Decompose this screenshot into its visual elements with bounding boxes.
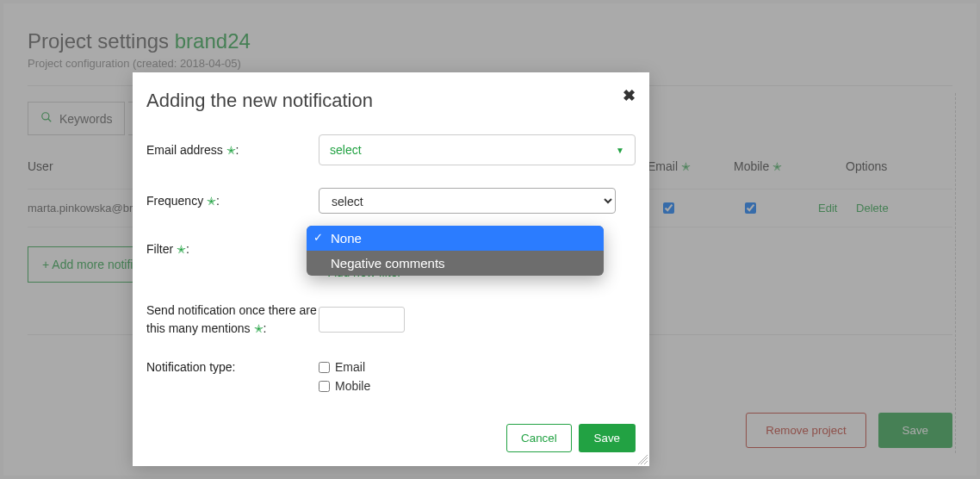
checkbox-mobile[interactable]	[319, 381, 330, 392]
star-icon: ✭	[254, 320, 264, 338]
checkbox-mobile-label: Mobile	[335, 379, 370, 393]
star-icon: ✭	[226, 144, 236, 157]
label-email: Email address ✭:	[146, 143, 319, 157]
chevron-down-icon: ▼	[616, 146, 624, 155]
resize-handle[interactable]	[637, 454, 648, 464]
save-button[interactable]: Save	[579, 424, 636, 452]
checkbox-email[interactable]	[319, 362, 330, 373]
dropdown-option-negative[interactable]: Negative comments	[307, 251, 604, 276]
dropdown-option-none[interactable]: None	[307, 226, 604, 251]
email-select[interactable]: select ▼	[319, 134, 636, 165]
mentions-input[interactable]	[319, 307, 405, 333]
star-icon: ✭	[177, 243, 186, 256]
label-mentions: Send notification once there are this ma…	[146, 302, 319, 338]
star-icon: ✭	[207, 195, 216, 208]
label-notif-type: Notification type:	[146, 360, 319, 374]
cancel-button[interactable]: Cancel	[506, 424, 572, 452]
filter-dropdown: None Negative comments	[307, 226, 604, 276]
label-frequency: Frequency ✭:	[146, 194, 319, 208]
frequency-select[interactable]: select	[319, 188, 616, 214]
label-filter: Filter ✭:	[146, 242, 319, 256]
close-icon[interactable]: ✖	[623, 86, 636, 105]
checkbox-email-label: Email	[335, 360, 365, 374]
modal-title: Adding the new notification	[146, 90, 636, 112]
